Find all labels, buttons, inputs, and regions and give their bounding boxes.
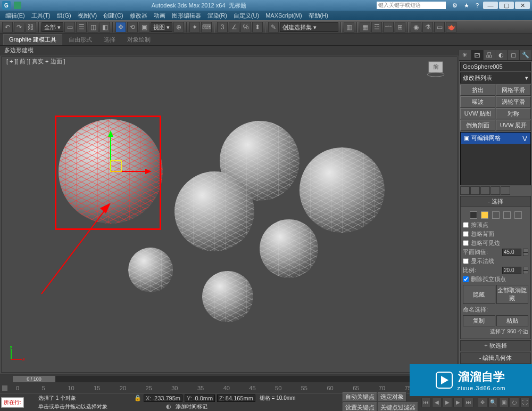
tab-hierarchy[interactable]: 品	[484, 50, 496, 60]
btn-turbosmooth[interactable]: 涡轮平滑	[496, 96, 531, 108]
viewcube[interactable]: 前	[426, 59, 447, 77]
render-button[interactable]: 🫖	[446, 22, 456, 32]
object-name-field[interactable]: GeoSphere005	[460, 62, 531, 71]
ref-coord-dropdown[interactable]: 视图▾	[151, 22, 172, 32]
mirror-button[interactable]: ▥	[344, 22, 354, 32]
window-crossing-button[interactable]: ◧	[99, 22, 110, 32]
viewport-front[interactable]	[1, 56, 458, 373]
menu-help[interactable]: 帮助(H)	[305, 12, 331, 20]
close-button[interactable]: ✕	[515, 2, 530, 9]
btn-hide[interactable]: 隐藏	[463, 285, 495, 304]
polygon-modeling-bar[interactable]: 多边形建模	[0, 46, 532, 55]
menu-views[interactable]: 视图(V)	[74, 12, 101, 20]
configure-sets-button[interactable]	[501, 186, 510, 195]
menu-maxscript[interactable]: MAXScript(M)	[262, 12, 305, 19]
curve-editor-button[interactable]: 〰	[383, 22, 394, 32]
spinner-snap-button[interactable]: ⬍	[252, 22, 263, 32]
minimize-button[interactable]: —	[483, 2, 498, 9]
coord-z[interactable]: Z:84.165mm	[217, 394, 255, 402]
scale-spinner[interactable]: 20.0	[502, 267, 521, 274]
geosphere-7[interactable]	[202, 271, 253, 322]
angle-snap-button[interactable]: ∠	[229, 22, 239, 32]
max-viewport-button[interactable]: ⛶	[520, 398, 530, 407]
rollout-editgeom-header[interactable]: - 编辑几何体	[460, 352, 531, 364]
sel-lock-button[interactable]: 选定对象	[378, 392, 406, 402]
help-search-input[interactable]: 键入关键字或短语	[377, 2, 446, 9]
chk-ignore-visible[interactable]	[463, 240, 469, 246]
btn-symmetry[interactable]: 对称	[496, 108, 531, 119]
select-button[interactable]: ▭	[64, 22, 75, 32]
geosphere-6[interactable]	[128, 248, 173, 292]
viewport-label[interactable]: [ + ][ 前 ][ 真实 + 边面 ]	[6, 57, 65, 65]
tab-create[interactable]: ✳	[459, 50, 471, 60]
selection-filter-dropdown[interactable]: 全部▾	[41, 22, 63, 32]
btn-copy[interactable]: 复制	[463, 315, 495, 326]
time-track[interactable]: 0 / 100	[13, 376, 456, 382]
move-button[interactable]: ✥	[115, 22, 126, 32]
graphite-tab-modeling[interactable]: Graphite 建模工具	[3, 34, 62, 45]
tab-modify[interactable]: 🗠	[471, 50, 484, 60]
coord-x[interactable]: X:-233.795m	[144, 394, 182, 402]
snap-toggle[interactable]: 3	[217, 22, 228, 32]
chk-by-vertex[interactable]	[463, 222, 469, 228]
coord-y[interactable]: Y:-0.0mm	[185, 394, 215, 402]
scale-button[interactable]: ▣	[139, 22, 149, 32]
percent-snap-button[interactable]: %	[240, 22, 251, 32]
edit-named-sel-button[interactable]: ✎	[268, 22, 279, 32]
key-filter-button[interactable]: 关键点过滤器	[378, 402, 418, 411]
chk-ignore-backface[interactable]	[463, 231, 469, 237]
menu-rendering[interactable]: 渲染(R)	[204, 12, 230, 20]
geosphere-5[interactable]	[260, 219, 318, 278]
menu-customize[interactable]: 自定义(U)	[230, 12, 262, 20]
track-marker[interactable]	[2, 385, 7, 391]
rotate-button[interactable]: ⟲	[127, 22, 138, 32]
time-slider[interactable]: 0 / 100	[0, 374, 459, 383]
undo-button[interactable]: ↶	[2, 22, 13, 32]
btn-uvw-unwrap[interactable]: UVW 展开	[496, 120, 531, 131]
stack-editable-mesh[interactable]: ▣可编辑网格⋁	[461, 133, 530, 144]
show-end-result-button[interactable]	[470, 186, 480, 195]
zoom-button[interactable]: 🔍	[488, 398, 498, 407]
goto-start-button[interactable]: ⏮	[421, 398, 431, 407]
viewport-area[interactable]	[0, 55, 459, 374]
btn-meshsmooth[interactable]: 网格平滑	[496, 85, 531, 96]
tab-display[interactable]: ▢	[508, 50, 520, 60]
subobj-polygon[interactable]	[503, 211, 511, 219]
chk-delete-iso[interactable]	[463, 276, 469, 282]
named-selection-dropdown[interactable]: 创建选择集▾	[280, 22, 338, 32]
make-unique-button[interactable]	[480, 186, 490, 195]
btn-extrude[interactable]: 挤出	[460, 85, 495, 96]
layers-button[interactable]: ☲	[371, 22, 382, 32]
plane-thresh-spinner[interactable]: 45.0	[502, 249, 521, 256]
modifier-stack[interactable]: ▣可编辑网格⋁	[460, 132, 531, 185]
btn-unhide-all[interactable]: 全部取消隐藏	[496, 285, 529, 304]
schematic-button[interactable]: ⊞	[395, 22, 405, 32]
remove-mod-button[interactable]	[491, 186, 500, 195]
help-icon[interactable]: ?	[476, 2, 479, 9]
link-button[interactable]: ⛓	[26, 22, 36, 32]
graphite-tab-paint[interactable]: 对象绘制	[122, 35, 156, 45]
btn-uvwmap[interactable]: UVW 贴图	[460, 108, 495, 119]
material-editor-button[interactable]: ◉	[411, 22, 421, 32]
qat-btn[interactable]	[14, 2, 21, 9]
menu-animation[interactable]: 动画	[151, 12, 169, 20]
menu-graph-editors[interactable]: 图形编辑器	[169, 12, 204, 20]
redo-button[interactable]: ↷	[14, 22, 24, 32]
tab-motion[interactable]: ◐	[495, 50, 508, 60]
lock-icon[interactable]: 🔒	[134, 394, 142, 401]
maxscript-listener-button[interactable]: 所在行:	[1, 397, 24, 408]
pan-view-button[interactable]: ✥	[478, 398, 487, 407]
rollout-selection-header[interactable]: - 选择	[460, 196, 531, 207]
next-frame-button[interactable]: ▶	[453, 398, 463, 407]
subobj-vertex[interactable]	[470, 211, 477, 219]
chk-show-normals[interactable]	[463, 258, 469, 264]
subobj-element[interactable]	[514, 211, 522, 219]
menu-create[interactable]: 创建(C)	[100, 12, 126, 20]
geosphere-selected[interactable]	[59, 119, 163, 224]
menu-edit[interactable]: 编辑(E)	[2, 12, 28, 20]
menu-tools[interactable]: 工具(T)	[28, 12, 54, 20]
menu-modifiers[interactable]: 修改器	[127, 12, 151, 20]
zoom-extents-button[interactable]: ▣	[499, 398, 509, 407]
btn-bevel-profile[interactable]: 倒角剖面	[460, 120, 495, 131]
geosphere-3[interactable]	[300, 147, 385, 233]
